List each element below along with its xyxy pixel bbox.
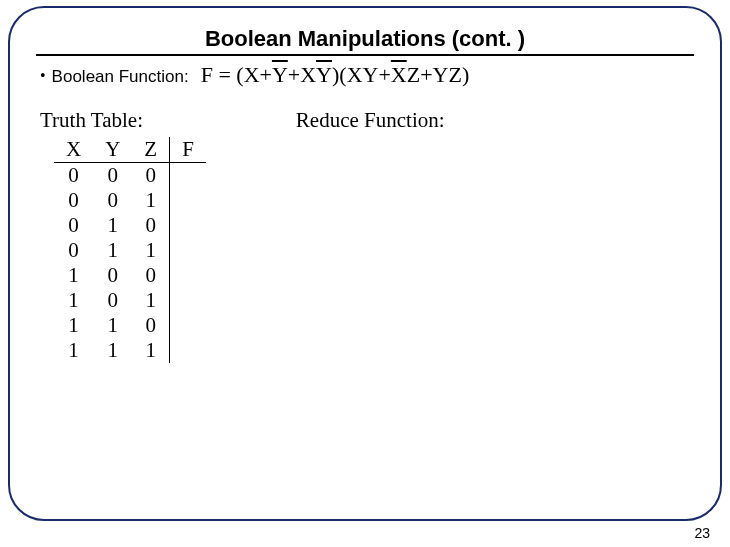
col-header-z: Z: [132, 137, 169, 163]
truth-table-title: Truth Table:: [40, 108, 206, 133]
cell: 0: [93, 263, 132, 288]
expr-part: Z+YZ): [407, 62, 470, 87]
table-row: 0 0 1: [54, 188, 206, 213]
table-row: 1 1 0: [54, 313, 206, 338]
slide-title: Boolean Manipulations (cont. ): [36, 26, 694, 52]
table-row: 1 0 0: [54, 263, 206, 288]
cell: [170, 188, 206, 213]
cell: 0: [54, 213, 93, 238]
cell: [170, 238, 206, 263]
slide-frame: Boolean Manipulations (cont. ) • Boolean…: [8, 6, 722, 521]
boolean-function-expression: F = (X+Y+XY)(XY+XZ+YZ): [201, 62, 470, 88]
table-row: 0 0 0: [54, 163, 206, 189]
reduce-block: Reduce Function:: [296, 108, 445, 133]
truth-table-block: Truth Table: X Y Z F 0 0 0: [40, 108, 206, 363]
cell: 1: [93, 313, 132, 338]
table-row: 0 1 1: [54, 238, 206, 263]
col-header-y: Y: [93, 137, 132, 163]
expr-overline-y1: Y: [272, 62, 288, 87]
table-row: 0 1 0: [54, 213, 206, 238]
reduce-function-title: Reduce Function:: [296, 108, 445, 133]
cell: [170, 338, 206, 363]
cell: [170, 313, 206, 338]
cell: 0: [54, 188, 93, 213]
col-header-f: F: [170, 137, 206, 163]
expr-part: F = (X+: [201, 62, 272, 87]
title-divider: [36, 54, 694, 56]
col-header-x: X: [54, 137, 93, 163]
bullet-label: Boolean Function:: [52, 67, 189, 87]
cell: 1: [93, 213, 132, 238]
cell: 0: [93, 188, 132, 213]
cell: [170, 163, 206, 189]
cell: 1: [54, 288, 93, 313]
cell: 0: [93, 163, 132, 189]
cell: 1: [132, 288, 169, 313]
cell: [170, 263, 206, 288]
table-row: 1 0 1: [54, 288, 206, 313]
table-header-row: X Y Z F: [54, 137, 206, 163]
cell: 0: [54, 238, 93, 263]
cell: [170, 213, 206, 238]
expr-overline-y2: Y: [316, 62, 332, 87]
cell: 1: [54, 338, 93, 363]
cell: 1: [93, 238, 132, 263]
cell: 0: [54, 163, 93, 189]
cell: 1: [54, 313, 93, 338]
cell: 0: [132, 313, 169, 338]
cell: 1: [54, 263, 93, 288]
cell: 1: [132, 338, 169, 363]
cell: 1: [93, 338, 132, 363]
expr-part: )(XY+: [332, 62, 391, 87]
content-row: Truth Table: X Y Z F 0 0 0: [40, 108, 694, 363]
bullet-row: • Boolean Function: F = (X+Y+XY)(XY+XZ+Y…: [40, 62, 694, 88]
cell: 1: [132, 188, 169, 213]
cell: [170, 288, 206, 313]
bullet-dot-icon: •: [40, 68, 46, 84]
cell: 1: [132, 238, 169, 263]
expr-overline-x: X: [391, 62, 407, 87]
truth-table: X Y Z F 0 0 0 0 0: [54, 137, 206, 363]
cell: 0: [132, 163, 169, 189]
cell: 0: [132, 213, 169, 238]
page-number: 23: [694, 525, 710, 541]
cell: 0: [93, 288, 132, 313]
cell: 0: [132, 263, 169, 288]
table-row: 1 1 1: [54, 338, 206, 363]
expr-part: +X: [288, 62, 316, 87]
